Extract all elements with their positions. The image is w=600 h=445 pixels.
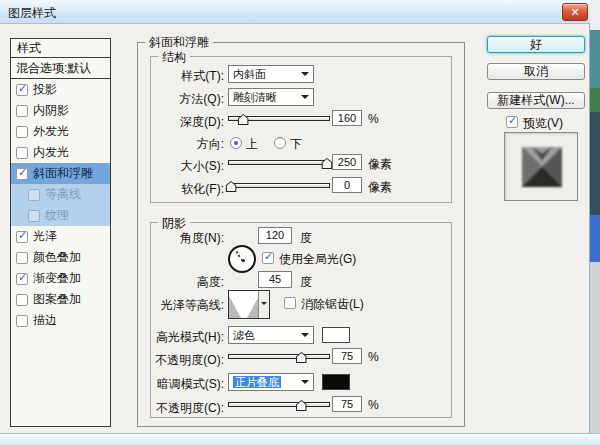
shadow-mode-select[interactable]: 正片叠底 [228,373,314,391]
sidebar-item-0[interactable]: 投影 [11,79,110,100]
soften-value-field[interactable]: 0 [332,177,362,193]
effect-checkbox[interactable] [16,105,28,117]
effect-label: 颜色叠加 [33,249,81,266]
effect-checkbox[interactable] [16,84,28,96]
direction-down-label: 下 [290,136,302,153]
highlight-mode-label: 高光模式(H): [136,329,224,346]
effect-checkbox[interactable] [16,168,28,180]
chevron-down-icon [301,95,309,103]
shadow-color-swatch[interactable] [322,374,350,390]
slider-track[interactable] [228,402,330,407]
shadow-opacity-slider[interactable] [228,398,330,412]
effect-checkbox[interactable] [28,189,40,201]
angle-value-field[interactable]: 120 [258,227,292,244]
global-light-label: 使用全局光(G) [279,251,356,268]
angle-unit: 度 [300,230,312,247]
shadow-opacity-unit: % [368,398,379,412]
effect-checkbox[interactable] [28,210,40,222]
background-fragment [590,30,600,88]
shadow-opacity-field[interactable]: 75 [332,396,362,412]
global-light-checkbox[interactable] [262,252,274,264]
highlight-opacity-field[interactable]: 75 [332,348,362,364]
styles-sidebar: 样式 混合选项:默认 投影 内阴影 外发光 内发光 斜面和浮雕 等高线 纹理 光… [10,38,111,427]
slider-track[interactable] [228,354,330,359]
angle-dial-center [242,259,245,262]
altitude-label: 高度: [136,274,224,291]
gloss-contour-label: 光泽等高线: [136,297,224,314]
background-fragment [590,88,600,112]
highlight-opacity-label: 不透明度(O): [136,352,224,369]
depth-value-field[interactable]: 160 [332,110,362,126]
ok-button[interactable]: 好 [487,36,585,53]
layer-style-dialog: 图层样式 ✕ 样式 混合选项:默认 投影 内阴影 外发光 内发光 斜面和浮雕 等… [0,0,590,433]
background-fragment [590,215,600,262]
chevron-down-icon [258,291,269,318]
size-value-field[interactable]: 250 [332,154,362,170]
sidebar-item-list: 投影 内阴影 外发光 内发光 斜面和浮雕 等高线 纹理 光泽 颜色叠加 渐变 [11,79,110,331]
slider-track[interactable] [228,183,330,188]
sidebar-item-blending-options[interactable]: 混合选项:默认 [11,58,110,79]
effect-checkbox[interactable] [16,126,28,138]
shadow-opacity-label: 不透明度(C): [136,400,224,417]
sidebar-item-9[interactable]: 渐变叠加 [11,268,110,289]
technique-select-value: 雕刻清晰 [233,91,277,103]
highlight-opacity-slider[interactable] [228,350,330,364]
sidebar-item-4[interactable]: 斜面和浮雕 [11,163,110,184]
close-button[interactable]: ✕ [562,3,588,21]
soften-slider[interactable] [228,179,330,193]
highlight-opacity-unit: % [368,350,379,364]
size-unit: 像素 [368,156,392,173]
new-style-button[interactable]: 新建样式(W)... [487,92,585,109]
shadow-mode-label: 暗调模式(S): [136,376,224,393]
shadow-mode-value: 正片叠底 [233,376,281,388]
effect-checkbox[interactable] [16,294,28,306]
effect-checkbox[interactable] [16,315,28,327]
background-fragment [590,112,600,215]
effect-checkbox[interactable] [16,147,28,159]
sidebar-item-10[interactable]: 图案叠加 [11,289,110,310]
effect-label: 斜面和浮雕 [33,165,93,182]
title-bar[interactable]: 图层样式 ✕ [0,0,590,24]
altitude-value-field[interactable]: 45 [258,271,292,288]
style-select[interactable]: 内斜面 [228,65,314,83]
close-icon: ✕ [570,6,579,18]
anti-alias-checkbox[interactable] [284,297,296,309]
depth-unit: % [368,112,379,126]
highlight-color-swatch[interactable] [322,327,350,343]
chevron-down-icon [301,380,309,388]
slider-track[interactable] [228,160,330,165]
direction-up-radio[interactable] [230,137,242,149]
angle-dial[interactable] [228,245,256,273]
technique-select[interactable]: 雕刻清晰 [228,88,314,106]
direction-down-radio[interactable] [274,137,286,149]
soften-unit: 像素 [368,179,392,196]
effect-label: 纹理 [45,207,69,224]
sidebar-item-2[interactable]: 外发光 [11,121,110,142]
effect-label: 内发光 [33,144,69,161]
effect-label: 等高线 [45,186,81,203]
sidebar-item-11[interactable]: 描边 [11,310,110,331]
sidebar-item-5[interactable]: 等高线 [11,184,110,205]
effect-label: 渐变叠加 [33,270,81,287]
sidebar-item-3[interactable]: 内发光 [11,142,110,163]
soften-label: 软化(F): [136,181,224,198]
depth-slider[interactable] [228,112,330,126]
altitude-unit: 度 [300,274,312,291]
effect-label: 描边 [33,312,57,329]
chevron-down-icon [301,333,309,341]
effect-label: 投影 [33,81,57,98]
highlight-mode-select[interactable]: 滤色 [228,326,314,344]
style-select-value: 内斜面 [233,68,266,80]
effect-checkbox[interactable] [16,273,28,285]
size-slider[interactable] [228,156,330,170]
effect-checkbox[interactable] [16,252,28,264]
sidebar-item-1[interactable]: 内阴影 [11,100,110,121]
sidebar-item-7[interactable]: 光泽 [11,226,110,247]
preview-checkbox[interactable] [506,116,518,128]
anti-alias-label: 消除锯齿(L) [301,296,364,313]
sidebar-item-6[interactable]: 纹理 [11,205,110,226]
sidebar-item-8[interactable]: 颜色叠加 [11,247,110,268]
effect-checkbox[interactable] [16,231,28,243]
cancel-button[interactable]: 取消 [487,63,585,80]
gloss-contour-picker[interactable] [228,290,270,319]
